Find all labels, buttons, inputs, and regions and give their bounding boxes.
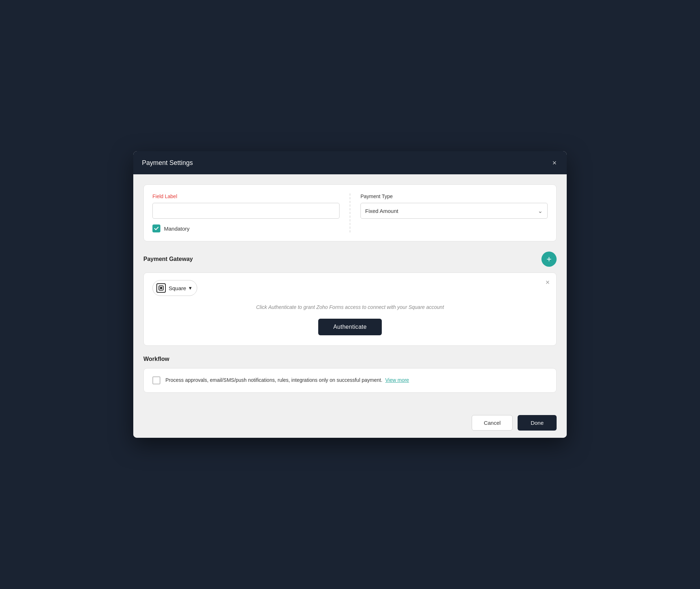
workflow-card: Process approvals, email/SMS/push notifi… — [143, 368, 557, 393]
modal-footer: Cancel Done — [133, 410, 567, 438]
mandatory-label: Mandatory — [164, 226, 190, 232]
field-label-input[interactable] — [152, 203, 340, 219]
gateway-close-button[interactable]: × — [545, 279, 550, 286]
modal-header: Payment Settings × — [133, 151, 567, 174]
workflow-text: Process approvals, email/SMS/push notifi… — [165, 376, 409, 384]
workflow-section: Workflow Process approvals, email/SMS/pu… — [143, 356, 557, 393]
gateway-name: Square — [169, 285, 186, 291]
payment-type-select[interactable]: Fixed Amount Variable Amount — [360, 203, 548, 219]
cancel-button[interactable]: Cancel — [472, 415, 513, 431]
gateway-selector-row: Square ▾ — [152, 280, 548, 296]
mandatory-checkbox[interactable] — [152, 224, 160, 232]
square-icon — [156, 283, 166, 293]
add-gateway-button[interactable]: + — [541, 252, 557, 267]
workflow-row: Process approvals, email/SMS/push notifi… — [152, 376, 548, 384]
modal-title: Payment Settings — [142, 159, 193, 167]
workflow-title: Workflow — [143, 356, 169, 362]
payment-type-select-wrapper: Fixed Amount Variable Amount ⌄ — [360, 203, 548, 219]
payment-settings-modal: Payment Settings × Field Label Mandatory — [133, 151, 567, 437]
auth-description: Click Authenticate to grant Zoho Forms a… — [152, 303, 548, 311]
field-payment-card: Field Label Mandatory Payment Type Fixed… — [143, 184, 557, 241]
checkmark-icon — [154, 226, 159, 231]
svg-rect-1 — [160, 287, 162, 289]
gateway-pill[interactable]: Square ▾ — [152, 280, 197, 296]
workflow-checkbox[interactable] — [152, 376, 160, 384]
workflow-header-row: Workflow — [143, 356, 557, 362]
workflow-view-more-link[interactable]: View more — [385, 377, 409, 383]
done-button[interactable]: Done — [518, 415, 557, 431]
field-label-heading: Field Label — [152, 193, 340, 199]
mandatory-row: Mandatory — [152, 224, 340, 232]
modal-close-button[interactable]: × — [551, 158, 558, 168]
modal-body: Field Label Mandatory Payment Type Fixed… — [133, 174, 567, 410]
payment-gateway-title: Payment Gateway — [143, 256, 193, 262]
authenticate-button[interactable]: Authenticate — [318, 319, 382, 335]
field-label-section: Field Label Mandatory — [152, 193, 350, 232]
payment-type-section: Payment Type Fixed Amount Variable Amoun… — [350, 193, 548, 232]
gateway-chevron-icon: ▾ — [189, 285, 192, 291]
gateway-card: Square ▾ × Click Authenticate to grant Z… — [143, 272, 557, 345]
payment-gateway-header-row: Payment Gateway + — [143, 252, 557, 267]
payment-type-heading: Payment Type — [360, 193, 548, 199]
